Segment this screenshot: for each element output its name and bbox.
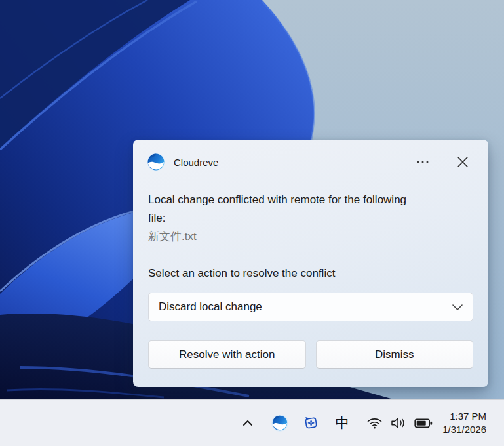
select-action-label: Select an action to resolve the conflict [133,266,488,281]
chevron-up-icon [241,416,254,430]
cube-star-tray-icon[interactable] [303,415,319,432]
desktop: Cloudreve Local change conflicted with r… [0,0,504,446]
ellipsis-icon [416,160,429,164]
toast-body: Local change conflicted with remote for … [133,191,488,246]
cube-star-icon [303,415,319,432]
cloudreve-icon [271,415,288,432]
wifi-tray-button[interactable] [366,416,383,430]
close-button[interactable] [457,157,468,167]
taskbar-clock[interactable]: 1:37 PM 1/31/2026 [442,410,486,436]
close-icon [457,157,468,167]
chevron-down-icon [452,304,463,310]
dropdown-selected-value: Discard local change [159,300,452,314]
battery-tray-button[interactable] [414,417,433,429]
cloudreve-tray-icon[interactable] [271,415,288,432]
more-options-button[interactable] [416,160,429,164]
toast-button-row: Resolve with action Dismiss [148,340,473,369]
wifi-icon [366,416,383,430]
notification-toast: Cloudreve Local change conflicted with r… [133,140,488,387]
system-tray: 中 [241,400,504,446]
toast-header: Cloudreve [133,140,488,171]
battery-icon [414,417,433,429]
clock-date: 1/31/2026 [442,423,486,436]
toast-app-name: Cloudreve [174,157,218,168]
volume-icon [390,416,408,430]
show-hidden-icons-button[interactable] [241,416,254,430]
body-line-1: Local change conflicted with remote for … [148,191,472,209]
volume-tray-button[interactable] [390,416,408,430]
taskbar: 中 [0,399,504,446]
ime-indicator[interactable]: 中 [335,414,349,432]
cloudreve-logo-icon [147,153,165,171]
resolve-with-action-button[interactable]: Resolve with action [148,340,306,369]
conflicted-file-name: 新文件.txt [148,228,472,246]
conflict-action-dropdown[interactable]: Discard local change [148,293,473,321]
body-line-2: file: [148,209,472,228]
dismiss-button[interactable]: Dismiss [316,340,474,369]
clock-time: 1:37 PM [442,410,486,423]
